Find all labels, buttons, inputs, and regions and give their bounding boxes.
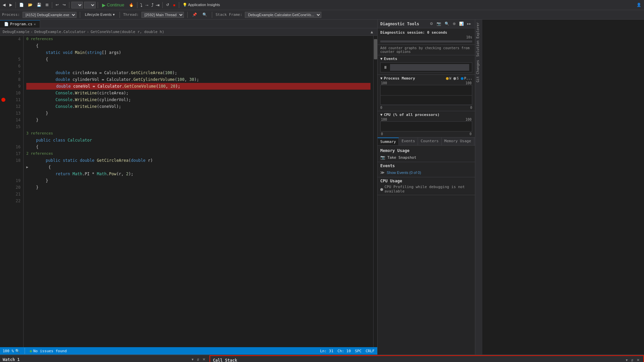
panel-chart-btn[interactable]: 📊 <box>458 21 465 26</box>
panel-settings-btn[interactable]: ⚙ <box>429 21 434 26</box>
tab-counters[interactable]: Counters <box>418 138 442 145</box>
pm-y-zero: 0 <box>380 106 382 110</box>
watch-collapse-btn[interactable]: ▾ <box>191 357 195 362</box>
right-vertical-tabs: Solution Explorer Git Changes <box>475 20 482 355</box>
show-events-btn[interactable]: Show Events (0 of 0) <box>387 171 421 175</box>
program-cs-tab[interactable]: 📄 Program.cs ✕ <box>0 20 40 28</box>
restart-btn[interactable]: ↺ <box>165 2 170 8</box>
breadcrumb-class[interactable]: DebugExample.Calculator <box>34 30 86 34</box>
step-out-btn[interactable]: ⤴ <box>151 2 154 8</box>
diag-session: Diagnostics session: 0 seconds 10s <box>378 28 475 45</box>
memory-title: Process Memory <box>384 76 415 81</box>
code-line-21: } <box>26 177 371 184</box>
run-cursor-btn[interactable]: ⇥ <box>155 2 160 8</box>
panel-title: Diagnostic Tools <box>380 22 419 26</box>
search-thread-btn[interactable]: 🔍 <box>201 12 208 18</box>
panel-search-btn[interactable]: 🔍 <box>444 21 450 26</box>
zoom-level: 100 % <box>3 349 14 353</box>
top-toolbar: ◀ ▶ 📄 📂 💾 ⊞ ↩ ↪ Debug Any CPU ▶ Continue… <box>0 0 644 10</box>
solution-explorer-tab[interactable]: Solution Explorer <box>475 21 482 58</box>
callstack-header: Call Stack ▾ # ✕ <box>210 356 643 362</box>
save-btn[interactable]: 💾 <box>35 2 43 8</box>
callstack-collapse-btn[interactable]: ▾ <box>625 358 629 362</box>
timeline-bar <box>380 40 472 42</box>
code-line-22: } <box>26 184 371 191</box>
step-over-btn[interactable]: → <box>144 2 150 8</box>
issues-status: No issues found <box>33 349 67 353</box>
panel-header: Diagnostic Tools ⚙ 📷 🔍 ⊕ 📊 ▸▸ <box>378 20 475 28</box>
events-title: Events <box>384 57 397 61</box>
code-view: 4 5 6 7 8 9 10 11 12 13 14 15 16 17 18 1… <box>0 36 377 347</box>
git-changes-tab[interactable]: Git Changes <box>475 59 482 84</box>
thread-select[interactable]: [2592] Main Thread <box>141 12 184 18</box>
code-line-blank <box>26 123 371 130</box>
code-line-18: public static double GetCircleArea(doubl… <box>26 157 371 164</box>
vertical-scrollbar[interactable] <box>373 36 377 347</box>
debug-dropdown[interactable]: Debug <box>71 2 83 8</box>
code-line-16: public class Calculator <box>26 137 371 144</box>
code-line-5: static void Main(string[] args) <box>26 49 371 56</box>
tab-memory-usage[interactable]: Memory Usage <box>442 138 474 145</box>
status-crlf: CRLF <box>366 349 375 353</box>
show-events-item[interactable]: ≫ Show Events (0 of 0) <box>380 170 472 176</box>
pm-y-max: 100 <box>381 81 387 85</box>
summary-events-title: Events <box>380 163 472 168</box>
step-into-btn[interactable]: ⤵ <box>139 2 143 8</box>
back-btn[interactable]: ◀ <box>1 2 7 8</box>
stop-btn[interactable]: ■ <box>172 2 177 8</box>
legend-tri: ▼ <box>453 77 456 80</box>
cpu-dropdown[interactable]: Any CPU <box>84 2 96 8</box>
tab-label: Program.cs <box>10 22 32 26</box>
save-all-btn[interactable]: ⊞ <box>44 2 50 8</box>
stack-frame-select[interactable]: DebugExample.Calculator.GetConeVo... <box>245 12 321 18</box>
thread-label: Thread: <box>123 12 139 17</box>
code-line-15: } <box>26 117 371 123</box>
new-file-btn[interactable]: 📄 <box>18 2 25 8</box>
tab-icon: 📄 <box>4 22 9 26</box>
events-chart: ⏸ <box>380 62 472 72</box>
tab-summary[interactable]: Summary <box>378 138 399 145</box>
forward-btn[interactable]: ▶ <box>8 2 13 8</box>
breadcrumb-project[interactable]: DebugExample <box>3 30 29 34</box>
code-line-4: { <box>26 42 371 49</box>
callstack-pin-btn[interactable]: # <box>630 358 634 362</box>
redo-btn[interactable]: ↪ <box>61 2 67 8</box>
bottom-area: Watch 1 ▾ # ✕ 🔍 ◀ ▶ Search Depth: 3 ⊡ ⊟ … <box>0 355 644 362</box>
pm-y-max-right: 100 <box>465 81 472 85</box>
debug-icons: ⤵ → ⤴ ⇥ <box>139 2 160 8</box>
undo-btn[interactable]: ↩ <box>54 2 60 8</box>
diag-tabs: Summary Events Counters Memory Usage ▸▸ <box>378 138 475 146</box>
code-line-13: Console.WriteLine(coneVol); <box>26 103 371 110</box>
fire-btn[interactable]: 🔥 <box>128 2 135 8</box>
process-select[interactable]: [4152] DebugExample.exe <box>23 12 76 18</box>
take-snapshot-btn[interactable]: 📷 Take Snapshot <box>380 154 472 160</box>
panel-camera-btn[interactable]: 📷 <box>436 21 442 26</box>
process-label: Process: <box>2 12 20 17</box>
code-line-20: return Math.PI * Math.Pow(r, 2); <box>26 171 371 177</box>
app-insights-btn[interactable]: 💡 Application Insights <box>181 2 221 8</box>
callstack-close-btn[interactable]: ✕ <box>636 358 641 362</box>
line-numbers: 4 5 6 7 8 9 10 11 12 13 14 15 16 17 18 1… <box>7 36 24 347</box>
second-toolbar: Process: [4152] DebugExample.exe Lifecyc… <box>0 10 644 20</box>
tab-events[interactable]: Events <box>399 138 418 145</box>
panel-more-btn[interactable]: ▸▸ <box>466 21 472 26</box>
panel-zoom-btn[interactable]: ⊕ <box>452 21 457 26</box>
diag-content: Memory Usage 📷 Take Snapshot Events ≫ Sh… <box>378 146 475 355</box>
scroll-up-btn[interactable]: ▲ <box>369 29 375 35</box>
continue-btn[interactable]: ▶ Continue <box>100 2 126 8</box>
watch-pin-btn[interactable]: # <box>196 357 200 362</box>
events-pause-btn[interactable]: ⏸ <box>382 64 389 70</box>
breadcrumb-method[interactable]: GetConeVolume(double r, double h) <box>91 30 164 34</box>
pin-btn[interactable]: 📌 <box>191 12 198 18</box>
code-line-10: double coneVol = Calculator.GetConeVolum… <box>26 83 371 90</box>
status-ok-icon: ● <box>30 349 32 353</box>
lifecycle-events-btn[interactable]: Lifecycle Events ▾ <box>84 12 116 18</box>
pm-y-zero-right: 0 <box>470 106 472 110</box>
breakpoint-dot <box>1 98 5 102</box>
watch-close-btn[interactable]: ✕ <box>201 357 206 362</box>
status-ln: Ln: 31 <box>320 349 333 353</box>
account-btn[interactable]: 👤 <box>635 2 643 8</box>
open-btn[interactable]: 📂 <box>27 2 34 8</box>
counter-note: Add counter graphs by checking counters … <box>378 45 475 55</box>
close-tab-btn[interactable]: ✕ <box>34 22 36 26</box>
